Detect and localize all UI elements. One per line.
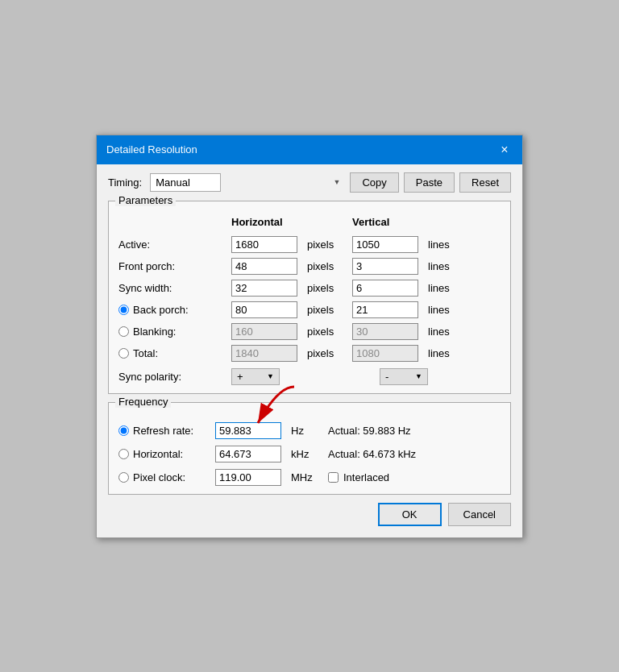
sync-width-v-unit: lines <box>425 282 473 294</box>
blanking-h-input[interactable] <box>231 323 297 340</box>
total-v-input[interactable] <box>352 345 418 362</box>
refresh-rate-unit: Hz <box>288 425 328 437</box>
refresh-rate-row: Refresh rate: Hz Actual: 59.883 Hz <box>118 422 501 439</box>
frequency-section: Frequency Refresh rate: Hz Actual: 59 <box>108 402 511 495</box>
frequency-title: Frequency <box>115 396 171 408</box>
total-label: Total: <box>118 347 231 359</box>
interlaced-row: Interlaced <box>328 471 501 483</box>
refresh-rate-label: Refresh rate: <box>118 425 215 437</box>
refresh-rate-input[interactable] <box>215 422 281 439</box>
vertical-header: Vertical <box>352 216 425 228</box>
blanking-radio[interactable] <box>118 326 129 337</box>
v-polarity-dropdown[interactable]: - ▼ <box>380 368 428 385</box>
pixel-clock-radio[interactable] <box>118 472 129 483</box>
back-porch-v-input[interactable] <box>352 301 418 318</box>
reset-button[interactable]: Reset <box>459 172 511 193</box>
pixel-clock-label: Pixel clock: <box>118 471 215 483</box>
column-headers: Horizontal Vertical <box>118 216 501 228</box>
total-h-input[interactable] <box>231 345 297 362</box>
active-v-unit: lines <box>425 239 473 251</box>
v-polarity-chevron: ▼ <box>415 372 422 380</box>
cancel-button[interactable]: Cancel <box>448 503 511 526</box>
dialog-title: Detailed Resolution <box>106 143 197 156</box>
h-polarity-chevron: ▼ <box>267 372 274 380</box>
blanking-v-input[interactable] <box>352 323 418 340</box>
back-porch-radio[interactable] <box>118 305 129 315</box>
ok-button[interactable]: OK <box>378 503 442 526</box>
interlaced-label: Interlaced <box>343 471 389 483</box>
front-porch-label: Front porch: <box>118 260 231 272</box>
active-label: Active: <box>118 239 231 251</box>
interlaced-checkbox[interactable] <box>328 472 339 483</box>
refresh-rate-radio[interactable] <box>118 425 129 436</box>
blanking-label: Blanking: <box>118 326 231 338</box>
h-polarity-value: + <box>237 371 243 383</box>
back-porch-label: Back porch: <box>118 304 231 316</box>
copy-button[interactable]: Copy <box>350 172 398 193</box>
params-grid: Active: pixels lines Front porch: pixels… <box>118 236 501 362</box>
total-v-unit: lines <box>425 347 473 359</box>
toolbar-row: Timing: Manual Automatic Copy Paste Rese… <box>108 172 511 193</box>
v-polarity-value: - <box>385 371 388 383</box>
sync-width-label: Sync width: <box>118 282 231 294</box>
sync-width-h-input[interactable] <box>231 280 297 297</box>
timing-select-wrapper: Manual Automatic <box>150 173 345 192</box>
timing-select[interactable]: Manual Automatic <box>150 173 221 192</box>
active-h-unit: pixels <box>304 239 352 251</box>
refresh-rate-actual: Actual: 59.883 Hz <box>328 425 501 437</box>
horizontal-rate-row: Horizontal: kHz Actual: 64.673 kHz <box>118 446 501 463</box>
pixel-clock-row: Pixel clock: MHz Interlaced <box>118 469 501 486</box>
active-v-input[interactable] <box>352 236 418 253</box>
horizontal-rate-label: Horizontal: <box>118 448 215 460</box>
bottom-buttons: OK Cancel <box>108 503 511 526</box>
back-porch-h-unit: pixels <box>304 304 352 316</box>
horizontal-header: Horizontal <box>231 216 304 228</box>
timing-label: Timing: <box>108 176 142 189</box>
front-porch-h-input[interactable] <box>231 258 297 275</box>
front-porch-v-input[interactable] <box>352 258 418 275</box>
paste-button[interactable]: Paste <box>404 172 455 193</box>
back-porch-h-input[interactable] <box>231 301 297 318</box>
pixel-clock-unit: MHz <box>288 471 328 483</box>
total-h-unit: pixels <box>304 347 352 359</box>
back-porch-v-unit: lines <box>425 304 473 316</box>
horizontal-rate-input[interactable] <box>215 446 281 463</box>
blanking-v-unit: lines <box>425 326 473 338</box>
pixel-clock-input[interactable] <box>215 469 281 486</box>
parameters-section: Parameters Horizontal Vertical Active: p… <box>108 201 511 394</box>
total-radio[interactable] <box>118 348 129 359</box>
title-bar: Detailed Resolution × <box>97 135 522 164</box>
horizontal-rate-unit: kHz <box>288 448 328 460</box>
blanking-h-unit: pixels <box>304 326 352 338</box>
horizontal-rate-radio[interactable] <box>118 449 129 459</box>
sync-polarity-label: Sync polarity: <box>118 371 231 383</box>
active-h-input[interactable] <box>231 236 297 253</box>
horizontal-rate-actual: Actual: 64.673 kHz <box>328 448 501 460</box>
h-polarity-dropdown[interactable]: + ▼ <box>231 368 280 385</box>
sync-width-v-input[interactable] <box>352 280 418 297</box>
front-porch-v-unit: lines <box>425 260 473 272</box>
sync-polarity-row: Sync polarity: + ▼ - ▼ <box>118 368 501 385</box>
parameters-title: Parameters <box>115 194 176 206</box>
close-button[interactable]: × <box>496 142 513 158</box>
detailed-resolution-dialog: Detailed Resolution × Timing: Manual Aut… <box>96 135 523 538</box>
sync-width-h-unit: pixels <box>304 282 352 294</box>
front-porch-h-unit: pixels <box>304 260 352 272</box>
